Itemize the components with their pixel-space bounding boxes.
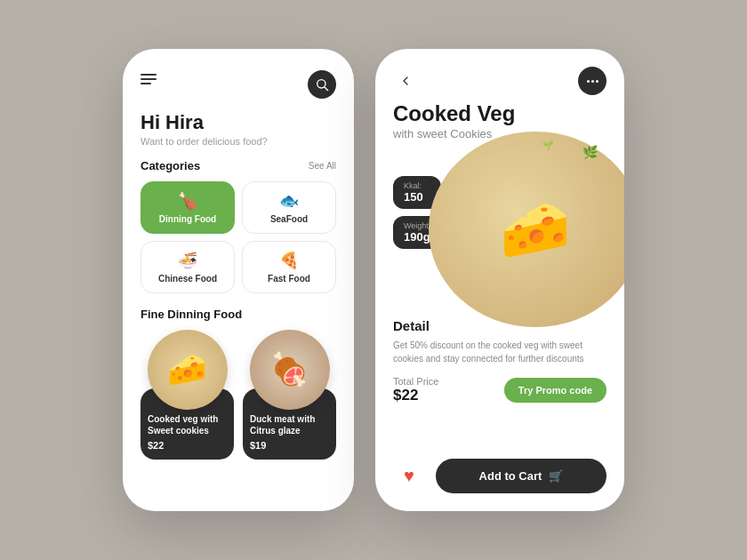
food-card-2[interactable]: 🍖 Duck meat with Citrus glaze $19	[243, 330, 336, 460]
fine-dining-section: Fine Dinning Food 🧀 Cooked veg with Swee…	[141, 308, 336, 460]
back-button[interactable]	[393, 68, 418, 93]
right-detail-content: Detail Get 50% discount on the cooked ve…	[375, 318, 624, 448]
categories-title: Categories	[141, 159, 200, 172]
leaf-decor-2: 🌱	[542, 140, 553, 150]
see-all-link[interactable]: See All	[309, 161, 336, 171]
food-card-price-2: $19	[250, 440, 329, 451]
food-card-name-2: Duck meat with Citrus glaze	[250, 413, 329, 436]
right-phone: Cooked Veg with sweet Cookies Kkal: 150 …	[375, 49, 624, 511]
dining-label: Dinning Food	[159, 214, 216, 224]
favorite-button[interactable]: ♥	[393, 460, 425, 492]
greeting-title: Hi Hira	[141, 111, 336, 134]
food-image-1: 🧀	[148, 330, 228, 410]
weight-value: 190g	[404, 230, 430, 244]
category-dining[interactable]: 🍗 Dinning Food	[141, 181, 235, 234]
food-plate-emoji: 🧀	[500, 196, 571, 263]
total-price-left: Total Price $22	[393, 376, 438, 404]
phones-container: Hi Hira Want to order delicious food? Ca…	[123, 49, 624, 511]
food-cards: 🧀 Cooked veg with Sweet cookies $22 🍖 Du…	[141, 330, 336, 460]
seafood-icon: 🐟	[279, 191, 299, 211]
add-to-cart-button[interactable]: Add to Cart 🛒	[436, 459, 606, 493]
food-img-wrap-1: 🧀	[141, 330, 234, 410]
total-price-value: $22	[393, 387, 438, 404]
total-price-label: Total Price	[393, 376, 438, 387]
fastfood-label: Fast Food	[268, 274, 310, 284]
leaf-decor-1: 🌿	[582, 145, 598, 159]
svg-line-1	[325, 87, 328, 91]
right-header	[375, 49, 624, 95]
cart-icon: 🛒	[549, 469, 563, 483]
total-price-row: Total Price $22 Try Promo code	[393, 376, 606, 404]
categories-grid: 🍗 Dinning Food 🐟 SeaFood 🍜 Chinese Food …	[141, 181, 336, 293]
left-phone: Hi Hira Want to order delicious food? Ca…	[123, 49, 354, 511]
food-card-1[interactable]: 🧀 Cooked veg with Sweet cookies $22	[141, 330, 234, 460]
chinese-icon: 🍜	[178, 251, 197, 270]
dining-icon: 🍗	[178, 191, 197, 211]
categories-header: Categories See All	[141, 159, 336, 172]
fastfood-icon: 🍕	[279, 251, 299, 270]
more-button[interactable]	[578, 67, 606, 95]
kkal-label: Kkal:	[404, 181, 430, 190]
detail-text: Get 50% discount on the cooked veg with …	[393, 339, 606, 365]
kkal-value: 150	[404, 190, 430, 204]
food-card-price-1: $22	[148, 440, 227, 451]
food-detail-image: 🧀	[429, 132, 624, 327]
seafood-label: SeaFood	[270, 214, 308, 224]
food-image-2: 🍖	[250, 330, 330, 410]
category-seafood[interactable]: 🐟 SeaFood	[242, 181, 336, 234]
category-fastfood[interactable]: 🍕 Fast Food	[242, 241, 336, 293]
fine-dining-title: Fine Dinning Food	[141, 308, 336, 321]
right-title-area: Cooked Veg with sweet Cookies	[375, 95, 624, 140]
right-bottom: ♥ Add to Cart 🛒	[375, 448, 624, 511]
weight-label: Weight:	[404, 221, 430, 230]
food-card-name-1: Cooked veg with Sweet cookies	[148, 413, 227, 436]
search-button[interactable]	[308, 70, 336, 99]
right-phone-inner: Cooked Veg with sweet Cookies Kkal: 150 …	[375, 49, 624, 511]
food-img-wrap-2: 🍖	[243, 330, 336, 410]
left-header	[141, 70, 336, 99]
food-detail-image-area: Kkal: 150 Weight: 190g 🧀 🌿 🌱	[375, 140, 624, 318]
category-chinese[interactable]: 🍜 Chinese Food	[141, 241, 235, 293]
chinese-label: Chinese Food	[158, 274, 217, 284]
greeting-subtitle: Want to order delicious food?	[141, 136, 336, 147]
promo-button[interactable]: Try Promo code	[504, 378, 606, 403]
add-to-cart-label: Add to Cart	[479, 469, 542, 483]
menu-icon[interactable]	[141, 74, 157, 84]
right-main-title: Cooked Veg	[393, 102, 606, 125]
